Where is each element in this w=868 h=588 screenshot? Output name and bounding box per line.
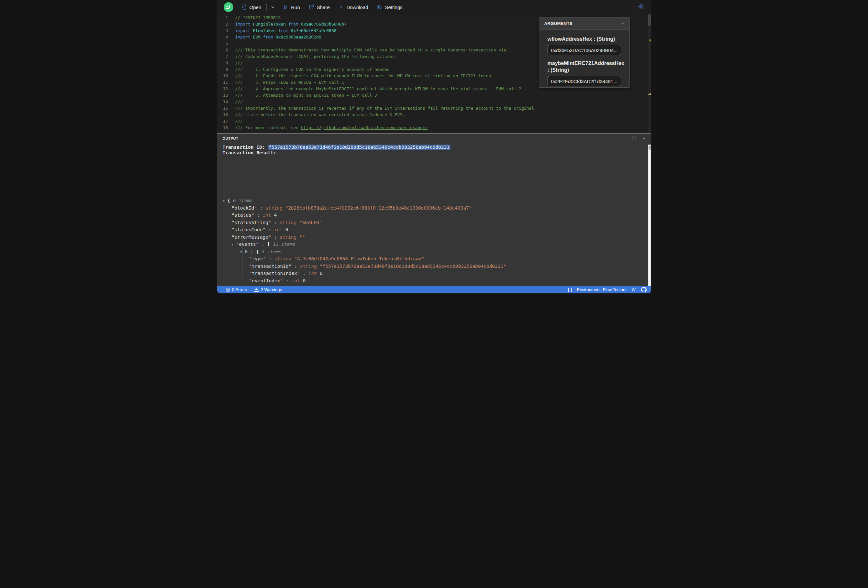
text-segment: :	[266, 256, 275, 261]
line-number: 9	[217, 66, 228, 73]
github-icon[interactable]	[641, 287, 647, 292]
flow-logo-icon	[224, 2, 233, 12]
text-segment: /// Importantly, the transaction is reve…	[235, 106, 534, 111]
text-segment: "f557a1573b76aa53e73d46f3e10d200d5c18a65…	[317, 264, 506, 269]
text-segment	[273, 35, 276, 40]
code-link[interactable]: https://github.com/onflow/batched-evm-ex…	[301, 125, 428, 130]
text-segment: /// This transaction demonstrates how mu…	[235, 47, 506, 52]
collapse-triangle-icon[interactable]: ▼	[241, 248, 245, 256]
editor-scrollbar[interactable]	[648, 14, 651, 133]
argument-input-wflow[interactable]	[548, 45, 621, 55]
text-segment: [	[267, 242, 273, 247]
arguments-panel-header[interactable]: ARGUMENTS	[539, 18, 629, 30]
download-label: Download	[347, 4, 368, 10]
text-segment: {	[256, 249, 261, 254]
text-segment: string	[275, 256, 291, 261]
line-number: 8	[217, 60, 228, 66]
text-segment: int	[263, 212, 271, 218]
open-button[interactable]: Open	[241, 4, 261, 10]
argument-label: wflowAddressHex : (String)	[548, 35, 621, 42]
error-icon	[226, 287, 230, 292]
text-segment: /// For more context, see	[235, 125, 301, 130]
text-segment: int	[291, 278, 300, 283]
text-segment: 0	[317, 271, 322, 276]
share-button[interactable]: Share	[309, 4, 330, 10]
transaction-id-value[interactable]: f557a1573b76aa53e73d46f3e10d200d5c18a653…	[268, 144, 450, 150]
text-segment: "SEALED"	[297, 220, 322, 225]
share-icon	[309, 4, 314, 10]
flow-logo[interactable]	[224, 2, 233, 12]
line-number: 16	[217, 112, 228, 118]
output-scrollbar-thumb[interactable]	[649, 146, 651, 150]
run-button[interactable]: Run	[283, 4, 300, 10]
text-segment: from	[278, 28, 288, 33]
status-bar: 0 Errors 2 Warnings { } Environment: Flo…	[217, 286, 651, 293]
line-number: 15	[217, 105, 228, 112]
code-line: 13/// 5. Attempts to mint an ERC721 toke…	[217, 92, 651, 99]
text-segment: "statusString"	[232, 220, 271, 225]
json-tree-row: "errorMessage" : string ""	[217, 233, 648, 241]
split-view-icon[interactable]	[632, 136, 636, 141]
run-play-icon	[283, 4, 288, 10]
text-segment: import	[235, 35, 251, 40]
text-segment: "A.7e60df042a9c0868.FlowToken.TokensWith…	[291, 256, 424, 261]
errors-status[interactable]: 0 Errors	[226, 287, 247, 292]
arguments-panel: ARGUMENTS wflowAddressHex : (String) may…	[539, 17, 630, 88]
json-tree-row: "blockId" : string "2b28cbfb87da2cfec4f0…	[217, 205, 648, 212]
text-segment: FlowToken	[253, 28, 275, 33]
text-segment: 5 items	[262, 249, 282, 254]
text-segment: :	[257, 205, 266, 211]
text-segment: 4	[271, 212, 277, 218]
text-segment: :	[248, 249, 256, 254]
feedback-person-icon[interactable]	[631, 287, 636, 292]
output-scrollbar[interactable]	[648, 144, 651, 286]
argument-input-maybemint[interactable]	[548, 76, 621, 86]
json-tree: ▼{ 6 items"blockId" : string "2b28cbfb87…	[217, 153, 648, 286]
code-line: 17///	[217, 118, 651, 125]
text-segment: "status"	[232, 212, 254, 218]
text-segment: "transactionIndex"	[249, 271, 300, 276]
text-segment: 0	[282, 227, 288, 232]
line-number: 4	[217, 34, 228, 40]
text-segment: {	[227, 198, 233, 203]
text-segment: 0x7e60df042a9c0868	[291, 28, 337, 33]
settings-button[interactable]: Settings	[376, 4, 402, 10]
warnings-status[interactable]: 2 Warnings	[254, 287, 282, 292]
text-segment: :	[271, 234, 280, 240]
cursor-position-marker	[648, 94, 650, 95]
json-tree-row: ▼0 : { 5 items	[217, 248, 648, 255]
text-segment: :	[258, 242, 267, 247]
collapse-triangle-icon[interactable]: ▼	[232, 241, 236, 248]
output-panel: OUTPUT Transaction ID: f557a1573b76aa53e…	[217, 133, 651, 286]
text-segment: 0x9a0766d93b6608b7	[301, 22, 347, 27]
text-segment: EVM	[253, 35, 260, 40]
download-icon	[338, 4, 344, 10]
text-segment: "type"	[249, 256, 266, 261]
editor-scrollbar-thumb[interactable]	[648, 15, 651, 25]
text-segment: string	[280, 234, 297, 240]
text-segment: int	[274, 227, 282, 232]
theme-toggle-button[interactable]	[638, 3, 644, 11]
collapse-chevron-up-icon[interactable]	[620, 21, 625, 26]
line-number: 7	[217, 53, 228, 60]
text-segment: ///	[235, 119, 243, 124]
code-line: 15/// Importantly, the transaction is re…	[217, 105, 651, 112]
open-menu-button[interactable]	[270, 5, 275, 9]
settings-gear-icon	[376, 4, 382, 10]
collapse-output-chevron-icon[interactable]	[642, 136, 647, 141]
text-segment: /// 1. Configures a COA in the signer's …	[235, 67, 390, 72]
download-button[interactable]: Download	[338, 4, 368, 10]
environment-label[interactable]: Environment: Flow Testnet	[577, 287, 627, 292]
text-segment: // TESTNET IMPORTS	[235, 15, 281, 20]
line-number: 2	[217, 21, 228, 28]
text-segment: string	[266, 205, 282, 211]
warning-marker	[650, 40, 651, 41]
collapse-triangle-icon[interactable]: ▼	[223, 197, 227, 205]
text-segment: "errorMessage"	[232, 234, 271, 240]
toolbar: Open Run Share Download	[217, 0, 651, 14]
toolbar-divider	[266, 4, 267, 11]
text-segment: ///	[235, 60, 243, 65]
text-segment: 0	[300, 278, 306, 283]
text-segment: 6 items	[233, 198, 253, 203]
transaction-id-label: Transaction ID:	[223, 144, 268, 150]
